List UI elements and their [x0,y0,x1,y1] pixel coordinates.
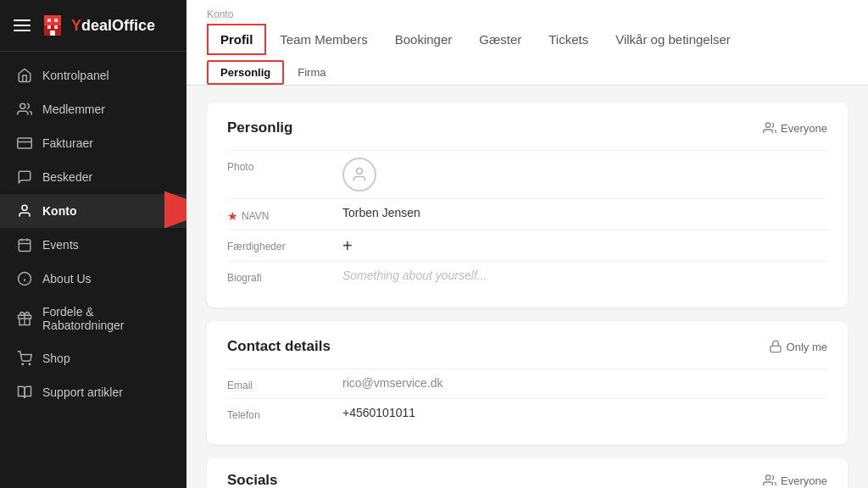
sidebar-item-support[interactable]: Support artikler [0,375,186,409]
sidebar-label-shop: Shop [42,352,70,365]
gift-icon [17,311,32,326]
contact-visibility-label: Only me [787,341,827,353]
photo-label: Photo [227,158,329,173]
svg-point-21 [22,363,24,365]
personlig-card-title: Personlig [227,119,292,136]
svg-rect-25 [771,346,781,352]
lock-icon [769,340,782,353]
svg-marker-11 [164,191,186,229]
sub-tab-firma[interactable]: Firma [284,60,339,85]
svg-point-26 [765,475,770,480]
logo: YdealOffice [39,12,155,39]
socials-everyone-icon [763,474,776,487]
required-dot: ★ [227,209,238,223]
socials-card-title: Socials [227,472,278,488]
svg-rect-5 [54,25,58,29]
tab-team-members[interactable]: Team Members [266,24,381,55]
socials-visibility-label: Everyone [781,474,827,487]
svg-rect-8 [18,138,32,148]
socials-card: Socials Everyone [207,458,848,488]
contact-card-title: Contact details [227,338,331,355]
arrow-indicator [164,191,186,229]
sidebar-label-kontrolpanel: Kontrolpanel [42,69,109,82]
navn-label: ★ NAVN [227,206,329,223]
svg-rect-3 [54,19,58,22]
tab-profil[interactable]: Profil [207,24,266,55]
sidebar: YdealOffice Kontrolpanel Medlemmer Faktu… [0,0,186,488]
svg-point-23 [765,123,770,127]
email-value[interactable]: rico@vmservice.dk [342,376,827,390]
calendar-icon [17,237,32,252]
cart-icon [17,351,32,366]
svg-point-10 [22,205,27,210]
svg-rect-6 [50,30,55,36]
sidebar-label-events: Events [42,238,79,252]
sidebar-item-fordele[interactable]: Fordele & Rabatordninger [0,296,186,341]
sidebar-item-beskeder[interactable]: Beskeder [0,160,186,194]
personlig-card-header: Personlig Everyone [227,119,827,136]
tab-vilkaar[interactable]: Vilkår og betingelser [602,24,744,55]
svg-point-22 [29,363,31,365]
hamburger-button[interactable] [14,19,31,31]
book-icon [17,385,32,400]
navn-field-row: ★ NAVN Torben Jensen [227,198,827,230]
socials-visibility: Everyone [763,474,827,487]
photo-circle[interactable] [342,158,376,191]
tab-tickets[interactable]: Tickets [535,24,602,55]
breadcrumb: Konto [207,0,848,20]
everyone-icon [763,121,776,135]
biografi-placeholder[interactable]: Something about yourself... [342,269,827,282]
navn-value[interactable]: Torben Jensen [342,206,827,219]
sidebar-item-about-us[interactable]: About Us [0,262,186,296]
personlig-visibility-label: Everyone [781,122,827,135]
main-content: Konto Profil Team Members Bookinger Gæst… [186,0,868,488]
photo-field-row: Photo [227,150,827,198]
info-icon [17,271,32,286]
top-section: Konto Profil Team Members Bookinger Gæst… [186,0,868,86]
sidebar-label-fakturaer: Fakturaer [42,136,93,150]
logo-icon [39,12,66,39]
contact-visibility: Only me [769,340,827,353]
logo-text: YdealOffice [71,17,155,35]
sidebar-label-beskeder: Beskeder [42,170,92,184]
svg-rect-2 [47,19,51,22]
photo-value[interactable] [342,158,827,191]
telefon-value[interactable]: +4560101011 [342,406,827,419]
sidebar-item-kontrolpanel[interactable]: Kontrolpanel [0,58,186,92]
tabs-row: Profil Team Members Bookinger Gæster Tic… [207,24,848,55]
personlig-card: Personlig Everyone Photo [207,103,848,308]
sidebar-label-about-us: About Us [42,272,92,286]
person-icon [17,203,32,219]
sidebar-label-fordele: Fordele & Rabatordninger [42,305,170,332]
sidebar-nav: Kontrolpanel Medlemmer Fakturaer Beskede… [0,52,186,488]
faerdigheder-label: Færdigheder [227,237,329,252]
sidebar-label-konto: Konto [42,204,76,218]
sidebar-item-events[interactable]: Events [0,228,186,262]
add-skill-icon[interactable]: + [342,236,353,255]
personlig-visibility: Everyone [763,121,827,135]
contact-card: Contact details Only me Email rico@vmser… [207,321,848,445]
sub-tab-personlig[interactable]: Personlig [207,60,284,85]
svg-rect-4 [47,25,51,29]
email-label: Email [227,376,329,391]
sidebar-label-medlemmer: Medlemmer [42,103,105,116]
telefon-field-row: Telefon +4560101011 [227,398,827,428]
tab-gaester[interactable]: Gæster [465,24,535,55]
chat-icon [17,169,32,185]
home-icon [17,68,32,83]
content-area: Personlig Everyone Photo [186,86,868,488]
telefon-label: Telefon [227,406,329,421]
sidebar-item-shop[interactable]: Shop [0,341,186,375]
sidebar-item-medlemmer[interactable]: Medlemmer [0,92,186,126]
sub-tabs-row: Personlig Firma [207,55,848,85]
faerdigheder-add-btn[interactable]: + [342,237,827,254]
sidebar-header: YdealOffice [0,0,186,52]
sidebar-item-konto[interactable]: Konto [0,194,186,228]
biografi-label: Biografi [227,269,329,284]
svg-point-24 [357,169,363,175]
tab-bookinger[interactable]: Bookinger [381,24,466,55]
svg-rect-12 [19,240,31,252]
biografi-field-row: Biografi Something about yourself... [227,261,827,291]
users-icon [17,102,32,117]
sidebar-item-fakturaer[interactable]: Fakturaer [0,126,186,160]
